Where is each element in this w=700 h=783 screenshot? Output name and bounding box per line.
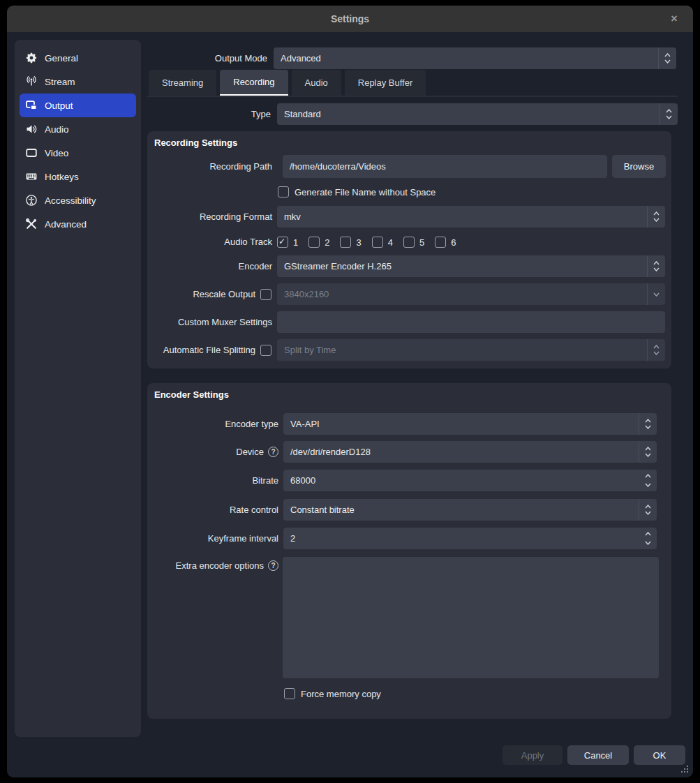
auto-split-label: Automatic File Splitting xyxy=(147,339,255,361)
browse-button[interactable]: Browse xyxy=(612,155,666,178)
sidebar-item-video[interactable]: Video xyxy=(20,141,136,165)
type-label: Type xyxy=(147,103,271,125)
output-tabs: Streaming Recording Audio Replay Buffer xyxy=(149,70,426,96)
output-icon xyxy=(26,100,37,111)
sidebar-item-label: Audio xyxy=(45,124,69,135)
recording-format-label: Recording Format xyxy=(147,206,272,228)
keyframe-interval-label: Keyframe interval xyxy=(147,528,278,549)
encoder-type-select[interactable]: VA-API xyxy=(283,413,657,435)
force-memory-copy-label: Force memory copy xyxy=(301,689,381,699)
audio-track-5-checkbox[interactable] xyxy=(403,237,415,248)
spinner-arrows-icon[interactable] xyxy=(639,470,657,491)
audio-track-2-checkbox[interactable] xyxy=(308,237,320,248)
help-icon[interactable]: ? xyxy=(268,447,278,457)
close-icon[interactable]: × xyxy=(665,10,683,27)
updown-chevrons-icon xyxy=(639,441,657,463)
type-value: Standard xyxy=(284,109,321,119)
tab-recording[interactable]: Recording xyxy=(220,70,288,96)
recording-path-label: Recording Path xyxy=(147,155,272,178)
recording-settings-panel: Recording Settings Recording Path /home/… xyxy=(147,131,671,368)
recording-format-select[interactable]: mkv xyxy=(277,206,665,228)
encoder-settings-title: Encoder Settings xyxy=(154,389,229,400)
apply-button[interactable]: Apply xyxy=(502,745,563,765)
encoder-settings-panel: Encoder Settings Encoder type VA-API Dev… xyxy=(147,383,671,719)
encoder-label: Encoder xyxy=(147,255,272,277)
tabs-separator xyxy=(147,96,678,97)
extra-options-label-row: Extra encoder options ? xyxy=(147,559,278,572)
audio-track-1-checkbox[interactable] xyxy=(277,237,288,248)
encoder-type-label: Encoder type xyxy=(147,413,278,435)
title-bar: Settings × xyxy=(7,6,693,32)
sidebar-item-label: Output xyxy=(45,100,73,111)
sidebar-item-label: General xyxy=(45,53,78,64)
settings-sidebar: General Stream Output Audio Video Hotkey… xyxy=(15,40,141,737)
device-value: /dev/dri/renderD128 xyxy=(290,447,371,457)
tools-icon xyxy=(26,218,37,230)
sidebar-item-output[interactable]: Output xyxy=(20,94,136,117)
updown-chevrons-icon xyxy=(647,206,665,228)
rate-control-select[interactable]: Constant bitrate xyxy=(283,499,657,521)
device-select[interactable]: /dev/dri/renderD128 xyxy=(283,441,657,463)
sidebar-item-hotkeys[interactable]: Hotkeys xyxy=(20,165,136,188)
encoder-value: GStreamer Encoder H.265 xyxy=(284,261,392,271)
rescale-output-label: Rescale Output xyxy=(147,283,255,305)
encoder-type-value: VA-API xyxy=(290,419,320,429)
output-mode-label: Output Mode xyxy=(147,47,267,69)
keyframe-interval-value: 2 xyxy=(290,533,295,544)
sidebar-item-advanced[interactable]: Advanced xyxy=(20,212,136,236)
sidebar-item-label: Hotkeys xyxy=(45,172,79,182)
updown-chevrons-icon xyxy=(658,47,676,69)
help-icon[interactable]: ? xyxy=(268,560,278,571)
audio-track-label: Audio Track xyxy=(147,237,272,248)
keyboard-icon xyxy=(26,171,37,182)
output-settings-main: Output Mode Advanced Streaming Recording… xyxy=(147,40,678,738)
resize-grip[interactable] xyxy=(680,764,688,773)
generate-no-space-checkbox[interactable] xyxy=(278,186,289,197)
recording-format-value: mkv xyxy=(284,211,301,222)
bitrate-spinner[interactable]: 68000 xyxy=(283,470,657,491)
audio-track-4-checkbox[interactable] xyxy=(372,237,383,248)
rescale-resolution-value: 3840x2160 xyxy=(284,289,329,299)
updown-chevrons-icon xyxy=(639,499,657,521)
encoder-select[interactable]: GStreamer Encoder H.265 xyxy=(277,255,665,277)
tab-replay-buffer[interactable]: Replay Buffer xyxy=(345,70,426,96)
audio-track-6-checkbox[interactable] xyxy=(435,237,446,248)
sidebar-item-audio[interactable]: Audio xyxy=(20,117,136,141)
sidebar-item-label: Stream xyxy=(45,77,75,87)
recording-path-value: /home/ducoterra/Videos xyxy=(290,161,386,172)
custom-muxer-input[interactable] xyxy=(277,311,665,333)
device-label: Device xyxy=(236,447,264,457)
extra-options-label: Extra encoder options xyxy=(176,560,264,571)
broadcast-icon xyxy=(26,76,37,87)
recording-path-input[interactable]: /home/ducoterra/Videos xyxy=(283,155,607,178)
output-mode-value: Advanced xyxy=(281,53,321,64)
updown-chevrons-icon xyxy=(647,255,665,277)
updown-chevrons-icon xyxy=(660,103,678,125)
device-label-row: Device ? xyxy=(147,441,278,463)
extra-options-textarea[interactable] xyxy=(283,557,659,678)
sidebar-item-accessibility[interactable]: Accessibility xyxy=(20,188,136,212)
type-select[interactable]: Standard xyxy=(277,103,678,125)
sidebar-item-stream[interactable]: Stream xyxy=(20,70,136,94)
sidebar-item-general[interactable]: General xyxy=(20,46,136,70)
rescale-output-checkbox[interactable] xyxy=(260,289,271,300)
recording-settings-title: Recording Settings xyxy=(154,137,237,148)
auto-split-checkbox[interactable] xyxy=(260,345,271,356)
ok-button[interactable]: OK xyxy=(634,745,685,765)
dialog-footer: Apply Cancel OK xyxy=(502,745,685,765)
tab-streaming[interactable]: Streaming xyxy=(149,70,216,96)
audio-track-3-checkbox[interactable] xyxy=(340,237,351,248)
gear-icon xyxy=(26,52,37,64)
cancel-button[interactable]: Cancel xyxy=(567,745,629,765)
bitrate-value: 68000 xyxy=(290,475,315,486)
force-memory-copy-row: Force memory copy xyxy=(284,688,381,699)
audio-track-row: 1 2 3 4 5 6 xyxy=(277,237,456,248)
spinner-arrows-icon[interactable] xyxy=(639,528,657,549)
tab-audio[interactable]: Audio xyxy=(292,70,341,96)
keyframe-interval-spinner[interactable]: 2 xyxy=(283,528,657,549)
generate-no-space-label: Generate File Name without Space xyxy=(295,187,435,197)
custom-muxer-label: Custom Muxer Settings xyxy=(147,311,272,333)
sidebar-item-label: Video xyxy=(45,148,68,158)
output-mode-select[interactable]: Advanced xyxy=(274,47,676,69)
force-memory-copy-checkbox[interactable] xyxy=(284,688,295,699)
